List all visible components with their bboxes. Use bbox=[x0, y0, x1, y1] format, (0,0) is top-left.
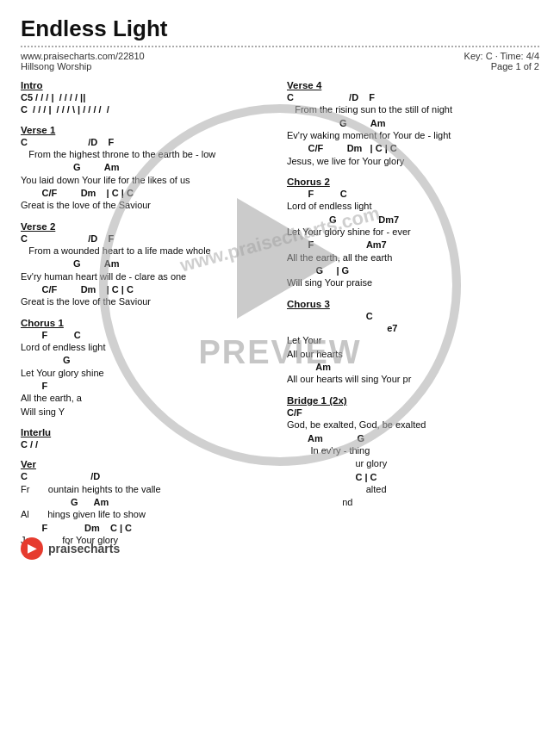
lyric-line: Great is the love of the Saviour bbox=[21, 295, 273, 308]
section-title-verse3: Ver bbox=[21, 459, 273, 469]
chord-line: C /D F bbox=[21, 233, 273, 245]
chord-line: C bbox=[287, 310, 539, 322]
section-chorus2: Chorus 2 F CLord of endless light G Dm7L… bbox=[287, 177, 539, 290]
page-container: Endless Light www.praisecharts.com/22810… bbox=[0, 0, 560, 570]
lyric-line: Fr ountain heights to the valle bbox=[21, 483, 273, 496]
footer-logo: ▶ bbox=[21, 537, 43, 560]
chord-line: C / / bbox=[21, 438, 273, 450]
section-verse3: VerC /DFr ountain heights to the valle G… bbox=[21, 459, 273, 547]
chord-line: F C bbox=[21, 329, 273, 341]
lyric-line: Lord of endless light bbox=[287, 200, 539, 213]
chord-line: F Am7 bbox=[287, 239, 539, 251]
lyric-line: All our hearts bbox=[287, 348, 539, 361]
lyric-line: In ev'ry - thing bbox=[287, 444, 539, 457]
footer: ▶ praisecharts bbox=[21, 537, 120, 560]
lyric-line: Jesus, we live for Your glory bbox=[287, 155, 539, 168]
section-title-verse1: Verse 1 bbox=[21, 125, 273, 135]
section-chorus1: Chorus 1 F CLord of endless light GLet Y… bbox=[21, 318, 273, 419]
chord-line: F C bbox=[287, 188, 539, 200]
left-column: IntroC5 / / / | / / / / ||C / / / | / / … bbox=[21, 80, 273, 556]
lyric-line: You laid down Your life for the likes of… bbox=[21, 174, 273, 187]
meta-row: www.praisecharts.com/22810 Hillsong Wors… bbox=[21, 51, 539, 71]
lyric-line: Al hings given life to show bbox=[21, 508, 273, 521]
chord-line: C5 / / / | / / / / || bbox=[21, 91, 273, 103]
lyric-line: From the rising sun to the still of nigh… bbox=[287, 103, 539, 116]
meta-left: www.praisecharts.com/22810 Hillsong Wors… bbox=[21, 51, 145, 71]
section-bridge: Bridge 1 (2x)C/FGod, be exalted, God, be… bbox=[287, 395, 539, 510]
chord-line: C /D bbox=[21, 470, 273, 482]
lyric-line: ur glory bbox=[287, 457, 539, 470]
chord-line: Am bbox=[287, 361, 539, 373]
lyric-line: From a wounded heart to a life made whol… bbox=[21, 245, 273, 257]
section-title-verse2: Verse 2 bbox=[21, 221, 273, 232]
section-verse1: Verse 1C /D F From the highest throne to… bbox=[21, 125, 273, 213]
lyric-line: All the earth, a bbox=[21, 392, 273, 405]
lyric-line: Will sing Your praise bbox=[287, 276, 539, 289]
right-column: Verse 4C /D F From the rising sun to the… bbox=[287, 80, 539, 556]
chord-line: C/F Dm | C | C bbox=[287, 142, 539, 154]
lyric-line: From the highest throne to the earth be … bbox=[21, 148, 273, 161]
chord-line: C/F bbox=[287, 406, 539, 419]
song-url: www.praisecharts.com/22810 bbox=[21, 51, 145, 61]
lyric-line: All the earth, all the earth bbox=[287, 251, 539, 264]
section-verse2: Verse 2C /D F From a wounded heart to a … bbox=[21, 221, 273, 309]
chord-line: G | G bbox=[287, 264, 539, 276]
chord-line: G bbox=[21, 354, 273, 366]
lyric-line: Ev'ry waking moment for Your de - light bbox=[287, 129, 539, 142]
song-artist: Hillsong Worship bbox=[21, 61, 145, 71]
chord-line: G Dm7 bbox=[287, 214, 539, 226]
chord-line: G Am bbox=[21, 496, 273, 508]
lyric-line: Let Your glory shine bbox=[21, 367, 273, 380]
footer-play-icon: ▶ bbox=[28, 542, 36, 555]
main-content: IntroC5 / / / | / / / / ||C / / / | / / … bbox=[21, 80, 539, 556]
section-title-verse4: Verse 4 bbox=[287, 80, 539, 90]
lyric-line: Great is the love of the Saviour bbox=[21, 199, 273, 212]
section-title-bridge: Bridge 1 (2x) bbox=[287, 395, 539, 406]
lyric-line: All our hearts will sing Your pr bbox=[287, 373, 539, 386]
footer-brand: praisecharts bbox=[48, 542, 120, 555]
chord-line: F Dm C | C bbox=[21, 522, 273, 534]
chord-line: G Am bbox=[21, 161, 273, 173]
lyric-line: Let Your glory shine for - ever bbox=[287, 226, 539, 239]
section-title-chorus1: Chorus 1 bbox=[21, 318, 273, 328]
chord-line: C/F Dm | C | C bbox=[21, 283, 273, 295]
section-intro: IntroC5 / / / | / / / / ||C / / / | / / … bbox=[21, 80, 273, 116]
song-page: Page 1 of 2 bbox=[464, 61, 539, 71]
section-title-chorus2: Chorus 2 bbox=[287, 177, 539, 187]
section-chorus3: Chorus 3 C e7Let YourAll our hearts AmAl… bbox=[287, 299, 539, 387]
chord-line: Am G bbox=[287, 432, 539, 444]
chord-line: C /D F bbox=[21, 136, 273, 148]
section-interlude: InterluC / / bbox=[21, 427, 273, 450]
title-divider bbox=[21, 46, 539, 47]
lyric-line: alted bbox=[287, 483, 539, 496]
lyric-line: Ev'ry human heart will de - clare as one bbox=[21, 270, 273, 283]
section-title-chorus3: Chorus 3 bbox=[287, 299, 539, 309]
chord-line: C / / / | / / / \ | / / / / / bbox=[21, 103, 273, 115]
section-title-intro: Intro bbox=[21, 80, 273, 90]
chord-line: F bbox=[21, 380, 273, 392]
chord-line: C /D F bbox=[287, 91, 539, 103]
lyric-line: God, be exalted, God, be exalted bbox=[287, 419, 539, 431]
song-title: Endless Light bbox=[21, 16, 539, 42]
section-title-interlude: Interlu bbox=[21, 427, 273, 437]
chord-line: G Am bbox=[287, 117, 539, 129]
chord-line: C/F Dm | C | C bbox=[21, 187, 273, 199]
chord-line: G Am bbox=[21, 257, 273, 270]
section-verse4: Verse 4C /D F From the rising sun to the… bbox=[287, 80, 539, 168]
lyric-line: Lord of endless light bbox=[21, 341, 273, 354]
meta-right: Key: C · Time: 4/4 Page 1 of 2 bbox=[464, 51, 539, 71]
lyric-line: Let Your bbox=[287, 334, 539, 347]
song-key-time: Key: C · Time: 4/4 bbox=[464, 51, 539, 61]
lyric-line: Will sing Y bbox=[21, 406, 273, 419]
chord-line: C | C bbox=[287, 471, 539, 483]
chord-line: e7 bbox=[287, 322, 539, 334]
lyric-line: nd bbox=[287, 496, 539, 509]
